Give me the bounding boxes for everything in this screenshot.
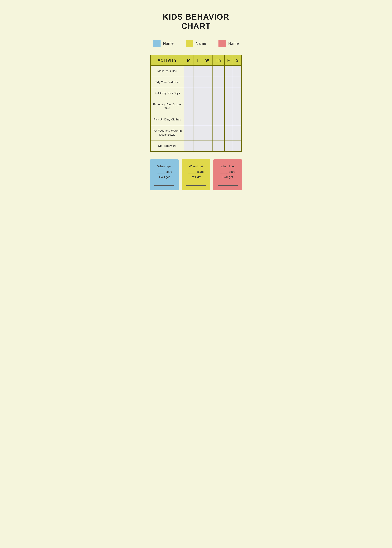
day-cell-5-5 xyxy=(233,125,242,140)
reward-line1-1: When I get xyxy=(153,164,176,169)
day-cell-3-4 xyxy=(224,99,233,114)
day-cell-3-1 xyxy=(194,99,202,114)
reward-underline-3 xyxy=(218,180,238,186)
reward-line3-2: I will get xyxy=(185,174,207,180)
reward-underline-1 xyxy=(154,180,174,186)
day-cell-1-2 xyxy=(202,77,212,88)
day-cell-0-2 xyxy=(202,66,212,77)
day-cell-4-5 xyxy=(233,114,242,125)
day-cell-4-3 xyxy=(212,114,224,125)
day-cell-0-0 xyxy=(184,66,194,77)
day-cell-2-0 xyxy=(184,88,194,99)
reward-card-2: When I get _____ stars I will get xyxy=(182,159,210,190)
day-cell-6-4 xyxy=(224,140,233,152)
reward-line1-3: When I get xyxy=(216,164,239,169)
day-cell-6-1 xyxy=(194,140,202,152)
reward-line2-3: _____ stars xyxy=(216,169,239,174)
day-cell-4-4 xyxy=(224,114,233,125)
day-cell-5-3 xyxy=(212,125,224,140)
header-th: Th xyxy=(212,55,224,66)
day-cell-2-1 xyxy=(194,88,202,99)
table-body: Make Your BedTidy Your BedroomPut Away Y… xyxy=(150,66,242,152)
table-header-row: ACTIVITY M T W Th F S xyxy=(150,55,242,66)
reward-card-1: When I get _____ stars I will get xyxy=(150,159,179,190)
day-cell-4-2 xyxy=(202,114,212,125)
day-cell-1-1 xyxy=(194,77,202,88)
table-row: Put Away Your School Stuff xyxy=(150,99,242,114)
day-cell-5-2 xyxy=(202,125,212,140)
table-row: Tidy Your Bedroom xyxy=(150,77,242,88)
day-cell-3-3 xyxy=(212,99,224,114)
reward-line2-1: _____ stars xyxy=(153,169,176,174)
reward-underline-2 xyxy=(186,180,206,186)
legend-color-blue xyxy=(153,40,161,47)
day-cell-5-4 xyxy=(224,125,233,140)
legend-item-3: Name xyxy=(218,40,239,47)
header-w: W xyxy=(202,55,212,66)
day-cell-0-5 xyxy=(233,66,242,77)
day-cell-6-5 xyxy=(233,140,242,152)
legend-label-3: Name xyxy=(228,41,239,46)
table-row: Put Food and Water in Dog's Bowls xyxy=(150,125,242,140)
legend-item-1: Name xyxy=(153,40,174,47)
day-cell-0-4 xyxy=(224,66,233,77)
activity-cell-3: Put Away Your School Stuff xyxy=(150,99,184,114)
day-cell-3-0 xyxy=(184,99,194,114)
behavior-table: ACTIVITY M T W Th F S Make Your BedTidy … xyxy=(150,55,242,152)
day-cell-6-0 xyxy=(184,140,194,152)
legend: Name Name Name xyxy=(150,40,242,47)
header-activity: ACTIVITY xyxy=(150,55,184,66)
header-m: M xyxy=(184,55,194,66)
header-s: S xyxy=(233,55,242,66)
activity-cell-2: Put Away Your Toys xyxy=(150,88,184,99)
legend-color-pink xyxy=(218,40,226,47)
rewards-section: When I get _____ stars I will get When I… xyxy=(150,159,242,190)
day-cell-1-4 xyxy=(224,77,233,88)
page-title: KIDS BEHAVIOR CHART xyxy=(150,12,242,31)
day-cell-5-0 xyxy=(184,125,194,140)
day-cell-2-5 xyxy=(233,88,242,99)
chart-container: ACTIVITY M T W Th F S Make Your BedTidy … xyxy=(150,55,242,152)
legend-label-2: Name xyxy=(196,41,206,46)
reward-card-3: When I get _____ stars I will get xyxy=(213,159,242,190)
day-cell-4-0 xyxy=(184,114,194,125)
table-row: Do Homework xyxy=(150,140,242,152)
day-cell-3-2 xyxy=(202,99,212,114)
reward-line3-1: I will get xyxy=(153,174,176,180)
day-cell-1-5 xyxy=(233,77,242,88)
table-row: Put Away Your Toys xyxy=(150,88,242,99)
activity-cell-5: Put Food and Water in Dog's Bowls xyxy=(150,125,184,140)
reward-line2-2: _____ stars xyxy=(185,169,207,174)
activity-cell-1: Tidy Your Bedroom xyxy=(150,77,184,88)
page: KIDS BEHAVIOR CHART Name Name Name ACTIV… xyxy=(141,3,251,200)
legend-label-1: Name xyxy=(163,41,174,46)
day-cell-0-1 xyxy=(194,66,202,77)
day-cell-5-1 xyxy=(194,125,202,140)
legend-item-2: Name xyxy=(186,40,206,47)
table-row: Make Your Bed xyxy=(150,66,242,77)
header-t: T xyxy=(194,55,202,66)
activity-cell-6: Do Homework xyxy=(150,140,184,152)
day-cell-0-3 xyxy=(212,66,224,77)
reward-line1-2: When I get xyxy=(185,164,207,169)
day-cell-2-4 xyxy=(224,88,233,99)
legend-color-yellow xyxy=(186,40,193,47)
day-cell-1-0 xyxy=(184,77,194,88)
activity-cell-4: Pick Up Dirty Clothes xyxy=(150,114,184,125)
day-cell-4-1 xyxy=(194,114,202,125)
day-cell-6-3 xyxy=(212,140,224,152)
day-cell-6-2 xyxy=(202,140,212,152)
table-row: Pick Up Dirty Clothes xyxy=(150,114,242,125)
activity-cell-0: Make Your Bed xyxy=(150,66,184,77)
day-cell-2-2 xyxy=(202,88,212,99)
day-cell-3-5 xyxy=(233,99,242,114)
day-cell-2-3 xyxy=(212,88,224,99)
day-cell-1-3 xyxy=(212,77,224,88)
header-f: F xyxy=(224,55,233,66)
reward-line3-3: I will get xyxy=(216,174,239,180)
